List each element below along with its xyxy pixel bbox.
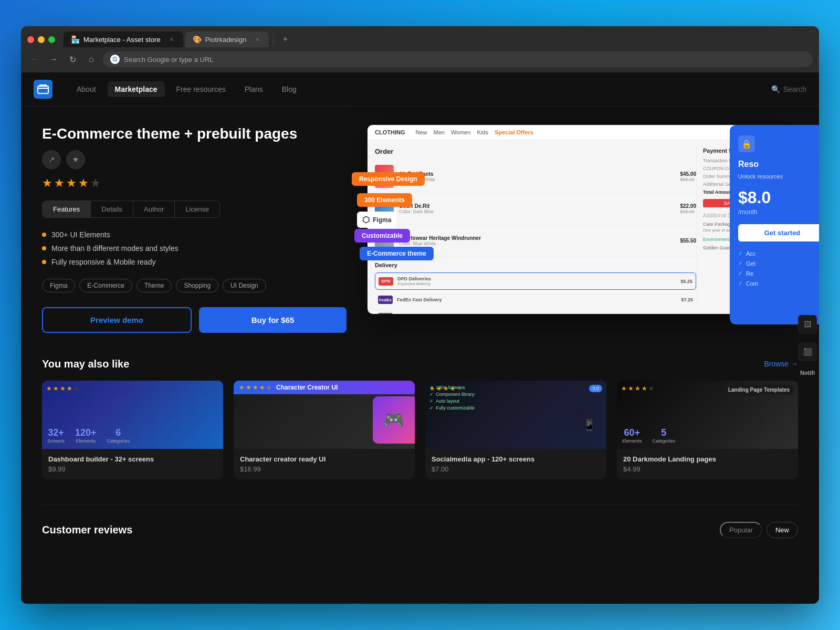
- tab-separator: [273, 33, 274, 46]
- landing-header-label: Landing Page Templates: [724, 385, 794, 395]
- buy-button[interactable]: Buy for $65: [199, 307, 346, 333]
- nav-link-marketplace[interactable]: Marketplace: [108, 81, 165, 97]
- address-bar-row: ← → ↻ ⌂ G Search Google or type a URL: [21, 47, 819, 72]
- tab-close-piotrka[interactable]: ×: [253, 35, 261, 44]
- close-dot[interactable]: [27, 36, 34, 43]
- card-character[interactable]: ★ ★ ★ ★ ★ Character Creator UI 🎮: [234, 381, 415, 479]
- card-badge-socialmedia: 3.0: [589, 385, 602, 392]
- svg-rect-0: [38, 86, 48, 93]
- nav-link-free-resources[interactable]: Free resources: [169, 81, 233, 97]
- logo[interactable]: [34, 80, 52, 99]
- tag-shopping[interactable]: Shopping: [176, 279, 218, 292]
- new-tab-button[interactable]: +: [278, 32, 292, 47]
- nav-link-plans[interactable]: Plans: [237, 81, 270, 97]
- product-tags: Figma E-Commerce Theme Shopping UI Desig…: [42, 279, 346, 292]
- preview-clothing-label: CLOTHING: [375, 129, 405, 135]
- tab-piotrka[interactable]: 🎨 Piotrkadesign ×: [185, 32, 269, 47]
- nav-link-about[interactable]: About: [69, 81, 103, 97]
- preview-nav-new: New: [415, 129, 427, 135]
- product-info: E-Commerce theme + prebuilt pages ↗ ♥ ★ …: [42, 125, 346, 333]
- tag-uidesign[interactable]: UI Design: [223, 279, 266, 292]
- tab-details[interactable]: Details: [90, 201, 133, 217]
- sort-popular-button[interactable]: Popular: [720, 522, 762, 538]
- tag-figma[interactable]: Figma: [42, 279, 75, 292]
- promo-title: Reso: [738, 160, 819, 169]
- notif-icon-2[interactable]: ⬛: [798, 342, 817, 361]
- promo-feature-3: ✓ Re: [738, 270, 819, 277]
- tag-ecommerce[interactable]: E-Commerce: [79, 279, 132, 292]
- card-thumb-character: ★ ★ ★ ★ ★ Character Creator UI 🎮: [234, 381, 415, 449]
- char-creator-title: Character Creator UI: [276, 384, 338, 391]
- nav-link-blog[interactable]: Blog: [275, 81, 304, 97]
- maximize-dot[interactable]: [48, 36, 55, 43]
- preview-nav-links: New Men Women Kids Special Offers: [415, 129, 533, 135]
- promo-cta-button[interactable]: Get started: [738, 224, 819, 242]
- search-label: Search: [783, 85, 806, 93]
- card-name-socialmedia: Socialmedia app - 120+ screens: [432, 455, 600, 463]
- feature-item-3: Fully responsive & Mobile ready: [42, 258, 346, 266]
- card-landing[interactable]: ★ ★ ★ ★ ★ Landing Page Templates 60+ El: [617, 381, 798, 479]
- socialmedia-preview-imgs: 📱: [576, 407, 602, 444]
- favorite-button[interactable]: ♥: [66, 150, 85, 169]
- nav-links: About Marketplace Free resources Plans B…: [69, 81, 771, 97]
- tab-icon-piotrka: 🎨: [193, 35, 202, 44]
- preview-item-price-2: $22.00 $28.00: [680, 203, 696, 214]
- address-bar[interactable]: G Search Google or type a URL: [103, 51, 813, 67]
- promo-lock-icon: 🔒: [738, 135, 755, 152]
- promo-panel: 🔒 Reso Unlock resources $8.0 /month Get …: [730, 125, 819, 324]
- preview-item-name-2: Court De.Rit: [399, 203, 675, 209]
- google-icon: G: [110, 55, 120, 64]
- promo-feature-2: ✓ Get: [738, 260, 819, 267]
- feature-item-2: More than 8 different modes and styles: [42, 244, 346, 253]
- tab-icon-marketplace: 🏪: [71, 35, 80, 44]
- feature-text-1: 300+ UI Elements: [51, 230, 110, 239]
- card-thumb-dashboard: ★ ★ ★ ★ ★ 32+ Screens: [42, 381, 223, 449]
- preview-demo-button[interactable]: Preview demo: [42, 307, 192, 333]
- preview-nav-offers: Special Offers: [495, 129, 533, 135]
- notif-icon-1[interactable]: 🖼: [798, 315, 817, 334]
- main-content: E-Commerce theme + prebuilt pages ↗ ♥ ★ …: [21, 106, 819, 604]
- forward-button[interactable]: →: [46, 52, 61, 67]
- preview-item-img-1: [375, 165, 394, 188]
- preview-item-3: Sportswear Heritage Windrunner Color: Bl…: [375, 225, 696, 257]
- tab-marketplace[interactable]: 🏪 Marketplace - Asset store ×: [64, 32, 183, 47]
- card-thumb-socialmedia: ★ ★ ★ ★ ★ 3.0 ✓ 120+ Screens ✓ Component…: [425, 381, 606, 449]
- card-stat-categories: 6 Categories: [107, 427, 130, 444]
- sort-new-button[interactable]: New: [766, 522, 798, 538]
- minimize-dot[interactable]: [38, 36, 45, 43]
- tag-theme[interactable]: Theme: [136, 279, 172, 292]
- back-button[interactable]: ←: [27, 52, 42, 67]
- tab-close-marketplace[interactable]: ×: [167, 35, 176, 44]
- product-preview: CLOTHING New Men Women Kids Special Offe…: [368, 125, 798, 333]
- card-body-character: Character creator ready UI $16.99: [234, 449, 415, 479]
- product-rating: ★ ★ ★ ★ ★: [42, 176, 346, 190]
- check-icon-2: ✓: [738, 260, 743, 267]
- cards-grid: ★ ★ ★ ★ ★ 32+ Screens: [42, 381, 798, 479]
- card-stats-landing: 60+ Elements 5 Categories: [622, 427, 675, 444]
- nav-search[interactable]: 🔍 Search: [771, 85, 806, 93]
- tab-author[interactable]: Author: [133, 201, 174, 217]
- preview-item-img-2: [375, 197, 394, 220]
- reload-button[interactable]: ↻: [65, 52, 80, 67]
- window-controls: [27, 36, 55, 43]
- feature-bullet-3: [42, 260, 46, 264]
- tab-features[interactable]: Features: [43, 201, 90, 217]
- home-button[interactable]: ⌂: [84, 52, 99, 67]
- tab-license[interactable]: License: [174, 201, 219, 217]
- logo-icon: [37, 83, 49, 95]
- card-dashboard[interactable]: ★ ★ ★ ★ ★ 32+ Screens: [42, 381, 223, 479]
- reviews-title: Customer reviews: [42, 524, 132, 536]
- star-3: ★: [66, 176, 77, 190]
- preview-item-details-1: Air Red Pants Color: Red/White: [399, 171, 675, 182]
- card-name-character: Character creator ready UI: [240, 455, 408, 463]
- card-price-socialmedia: $7.00: [432, 465, 600, 473]
- char-creator-stars: ★ ★ ★ ★ ★: [239, 384, 272, 391]
- dpd-logo: DPD: [379, 277, 393, 286]
- nav-bar: About Marketplace Free resources Plans B…: [21, 72, 819, 106]
- share-button[interactable]: ↗: [42, 150, 61, 169]
- browse-link[interactable]: Browse →: [764, 360, 798, 368]
- preview-item-sub-1: Color: Red/White: [399, 177, 675, 182]
- card-socialmedia[interactable]: ★ ★ ★ ★ ★ 3.0 ✓ 120+ Screens ✓ Component…: [425, 381, 606, 479]
- delivery-section: Delivery DPD DPD Deliveries Expected del…: [375, 262, 696, 314]
- feature-text-3: Fully responsive & Mobile ready: [51, 258, 155, 266]
